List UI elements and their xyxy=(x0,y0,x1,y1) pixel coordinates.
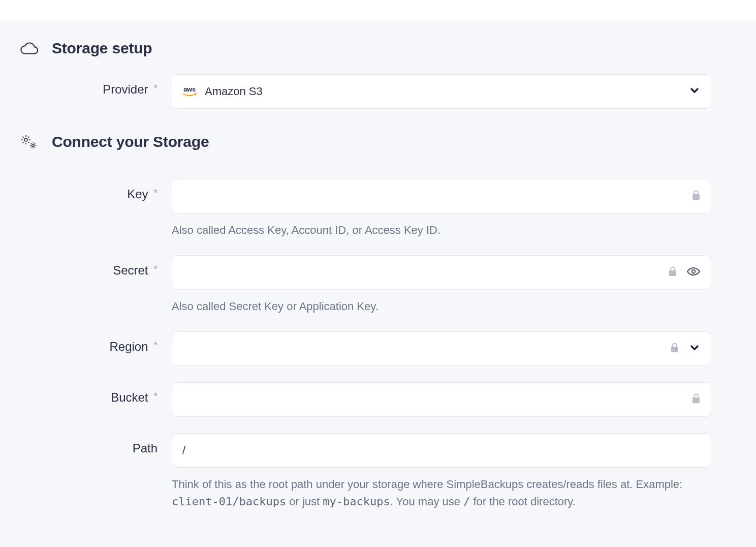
secret-input-control xyxy=(172,255,711,290)
label-col: Provider * xyxy=(19,74,172,97)
help-code: my-backups xyxy=(323,495,390,508)
chevron-down-icon xyxy=(688,342,701,356)
label-text: Key xyxy=(127,187,148,201)
lock-icon xyxy=(691,393,701,406)
label-col: Bucket * xyxy=(19,382,172,405)
field-col xyxy=(172,382,711,417)
required-asterisk: * xyxy=(153,187,158,198)
help-text-segment: . You may use xyxy=(390,495,463,508)
help-text-segment: Think of this as the root path under you… xyxy=(172,478,682,491)
key-label: Key * xyxy=(127,187,158,201)
field-col: Also called Secret Key or Application Ke… xyxy=(172,255,711,315)
region-select[interactable] xyxy=(172,331,711,366)
path-help-text: Think of this as the root path under you… xyxy=(172,476,711,510)
svg-point-0 xyxy=(24,138,27,141)
required-asterisk: * xyxy=(153,263,158,275)
control-right-icons xyxy=(670,342,701,356)
control-right-icons xyxy=(688,84,701,99)
svg-rect-5 xyxy=(671,347,678,352)
label-col: Secret * xyxy=(19,255,172,278)
label-text: Region xyxy=(109,340,148,353)
key-input-control xyxy=(172,179,711,214)
aws-logo-icon: aws xyxy=(182,86,197,98)
help-text-segment: or just xyxy=(286,495,323,508)
svg-rect-2 xyxy=(692,194,700,200)
label-text: Path xyxy=(133,441,158,455)
required-asterisk: * xyxy=(153,340,158,351)
gears-icon xyxy=(19,134,39,150)
label-col: Region * xyxy=(19,331,172,354)
chevron-down-icon xyxy=(688,84,701,99)
lock-icon xyxy=(668,266,677,279)
secret-input[interactable] xyxy=(182,256,662,289)
control-right-icons xyxy=(691,393,701,406)
section-title-connect-storage: Connect your Storage xyxy=(52,133,209,150)
field-col: Also called Access Key, Account ID, or A… xyxy=(172,179,711,239)
field-col: aws Amazon S3 xyxy=(172,74,711,109)
key-help-text: Also called Access Key, Account ID, or A… xyxy=(172,222,711,239)
svg-rect-6 xyxy=(692,398,700,403)
form-row-path: Path Think of this as the root path unde… xyxy=(19,433,737,510)
section-header-storage-setup: Storage setup xyxy=(19,40,737,57)
secret-label: Secret * xyxy=(113,263,158,277)
svg-point-4 xyxy=(692,270,695,273)
svg-point-1 xyxy=(32,144,34,146)
control-right-icons xyxy=(691,190,701,202)
label-text: Secret xyxy=(113,263,148,277)
help-code: client-01/backups xyxy=(172,495,286,508)
label-text: Provider xyxy=(103,82,148,96)
storage-setup-panel: Storage setup Provider * aws xyxy=(0,19,756,547)
label-col: Key * xyxy=(19,179,172,201)
provider-selected-value: Amazon S3 xyxy=(205,85,263,98)
required-asterisk: * xyxy=(153,82,158,94)
control-right-icons xyxy=(668,266,701,279)
form-row-provider: Provider * aws Amazon S3 xyxy=(19,74,737,109)
help-text-segment: for the root directory. xyxy=(470,495,575,508)
field-col: Think of this as the root path under you… xyxy=(172,433,711,510)
form-row-region: Region * xyxy=(19,331,737,366)
region-input[interactable] xyxy=(182,332,664,366)
form-row-secret: Secret * Also called Secret Key or Appli… xyxy=(19,255,737,315)
eye-icon[interactable] xyxy=(686,266,701,279)
form-row-key: Key * Also called Access Key, Account ID… xyxy=(19,179,737,239)
label-col: Path xyxy=(19,433,172,455)
form-row-bucket: Bucket * xyxy=(19,382,737,417)
required-asterisk: * xyxy=(153,390,158,402)
provider-label: Provider * xyxy=(103,82,158,96)
help-code: / xyxy=(463,495,470,508)
cloud-icon xyxy=(19,41,39,55)
lock-icon xyxy=(670,343,679,355)
bucket-input[interactable] xyxy=(182,383,685,416)
field-col xyxy=(172,331,711,366)
svg-rect-3 xyxy=(669,270,676,276)
label-text: Bucket xyxy=(111,390,148,404)
bucket-label: Bucket * xyxy=(111,390,158,404)
lock-icon xyxy=(691,190,701,202)
provider-selected-content: aws Amazon S3 xyxy=(182,85,682,98)
path-label: Path xyxy=(133,441,158,455)
path-input-control xyxy=(172,433,711,468)
secret-help-text: Also called Secret Key or Application Ke… xyxy=(172,298,711,315)
path-input[interactable] xyxy=(182,434,701,467)
key-input[interactable] xyxy=(182,179,685,213)
provider-select[interactable]: aws Amazon S3 xyxy=(172,74,711,109)
bucket-input-control xyxy=(172,382,711,417)
region-label: Region * xyxy=(109,340,158,353)
section-title-storage-setup: Storage setup xyxy=(52,40,152,57)
section-header-connect-storage: Connect your Storage xyxy=(19,133,737,150)
